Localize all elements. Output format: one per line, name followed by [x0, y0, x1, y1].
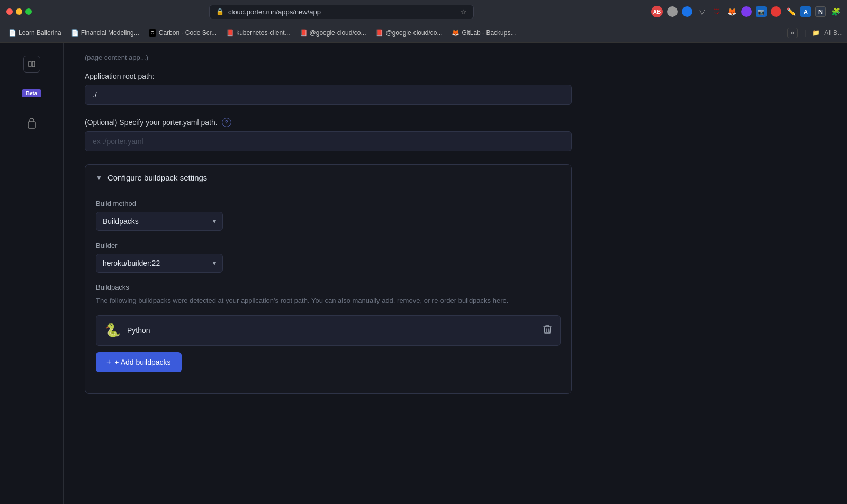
bookmark-gitlab-icon: 🦊: [452, 29, 459, 37]
bookmark-learn-ballerina-icon: 📄: [8, 29, 16, 37]
configure-buildpack-title: Configure buildpack settings: [107, 173, 207, 182]
add-buildpacks-button[interactable]: + + Add buildpacks: [96, 352, 182, 372]
extension-purple-icon[interactable]: [741, 6, 752, 17]
bookmark-google-cloud-1-icon: 📕: [300, 29, 307, 37]
sidebar-toggle-icon: [28, 60, 35, 68]
adblock-plus-icon[interactable]: AB: [651, 6, 663, 17]
configure-buildpack-header[interactable]: ▼ Configure buildpack settings: [85, 165, 571, 191]
extension-fox-icon[interactable]: 🦊: [726, 6, 737, 17]
build-method-group: Build method Buildpacks Docker Nixpacks …: [96, 200, 561, 231]
build-method-select[interactable]: Buildpacks Docker Nixpacks: [96, 212, 223, 231]
app-root-path-label: Application root path:: [85, 72, 572, 80]
bookmark-carbon-code[interactable]: C Carbon - Code Scr...: [145, 28, 221, 38]
sidebar-toggle-button[interactable]: [23, 56, 40, 73]
delete-python-buildpack-button[interactable]: [543, 325, 552, 336]
extension-red-shield-icon[interactable]: 🛡: [711, 6, 722, 17]
bookmark-financial-modeling[interactable]: 📄 Financial Modeling...: [67, 28, 143, 38]
build-method-label: Build method: [96, 200, 561, 208]
buildpacks-label: Buildpacks: [96, 283, 561, 291]
browser-toolbar: 🔒 cloud.porter.run/apps/new/app ☆ AB ▽ 🛡…: [0, 0, 847, 23]
extension-n-icon[interactable]: N: [815, 6, 826, 17]
star-icon[interactable]: ☆: [461, 8, 467, 16]
app-root-path-input[interactable]: [85, 85, 572, 105]
extension-grey-icon[interactable]: [667, 6, 678, 17]
address-text: cloud.porter.run/apps/new/app: [228, 8, 321, 16]
browser-extension-icons: AB ▽ 🛡 🦊 📷 ✏️ A N 🧩: [651, 6, 841, 17]
builder-label: Builder: [96, 241, 561, 249]
page-content-wrapper: (page content app...) Application root p…: [64, 43, 593, 417]
add-buildpacks-plus-icon: +: [106, 357, 111, 367]
extension-red-circle-icon[interactable]: [771, 6, 781, 17]
buildpacks-description: The following buildpacks were detected a…: [96, 295, 561, 307]
porter-yaml-section: (Optional) Specify your porter.yaml path…: [85, 118, 572, 151]
porter-yaml-input[interactable]: [85, 131, 572, 151]
extension-camera-icon[interactable]: 📷: [756, 6, 767, 17]
main-layout: Beta (page content app...) Application r…: [0, 43, 847, 504]
python-buildpack-left: 🐍 Python: [105, 323, 150, 338]
bookmarks-overflow-button[interactable]: »: [787, 28, 798, 38]
lock-icon: [26, 116, 37, 129]
bookmark-google-cloud-2[interactable]: 📕 @google-cloud/co...: [371, 28, 446, 38]
expand-arrow-icon: ▼: [96, 174, 102, 182]
beta-badge: Beta: [22, 89, 42, 97]
minimize-window-button[interactable]: [16, 8, 22, 15]
bookmark-learn-ballerina[interactable]: 📄 Learn Ballerina: [4, 28, 66, 38]
bookmarks-overflow: » | 📁 All B...: [787, 28, 843, 38]
extension-blue-a-icon[interactable]: A: [800, 6, 811, 17]
maximize-window-button[interactable]: [25, 8, 32, 15]
bookmark-kubernetes-icon: 📕: [226, 29, 233, 37]
trash-icon: [543, 325, 552, 334]
bookmark-google-cloud-2-icon: 📕: [375, 29, 383, 37]
extension-dark-triangle-icon[interactable]: ▽: [697, 6, 707, 17]
lock-secure-icon: 🔒: [216, 8, 224, 15]
bookmark-kubernetes-client[interactable]: 📕 kubernetes-client...: [222, 28, 294, 38]
svg-rect-2: [28, 122, 35, 128]
bookmark-carbon-icon: C: [149, 29, 156, 37]
all-bookmarks-label[interactable]: All B...: [824, 29, 843, 37]
bookmark-gitlab-backups[interactable]: 🦊 GitLab - Backups...: [447, 28, 520, 38]
configure-buildpack-section: ▼ Configure buildpack settings Build met…: [85, 164, 572, 394]
extension-blue-circle-icon[interactable]: [682, 6, 692, 17]
porter-yaml-help-icon[interactable]: ?: [222, 118, 231, 127]
add-buildpacks-label: + Add buildpacks: [114, 358, 170, 366]
bookmarks-bar: 📄 Learn Ballerina 📄 Financial Modeling..…: [0, 23, 847, 42]
svg-rect-0: [29, 61, 31, 67]
window-controls: [6, 8, 32, 15]
extension-pen-icon[interactable]: ✏️: [786, 6, 796, 17]
browser-chrome: 🔒 cloud.porter.run/apps/new/app ☆ AB ▽ 🛡…: [0, 0, 847, 43]
build-method-select-wrapper: Buildpacks Docker Nixpacks ▼: [96, 212, 223, 231]
all-bookmarks-folder-icon: 📁: [812, 29, 820, 37]
sidebar: Beta: [0, 43, 64, 504]
bookmark-google-cloud-1[interactable]: 📕 @google-cloud/co...: [295, 28, 371, 38]
cutoff-text: (page content app...): [85, 53, 572, 61]
svg-rect-1: [32, 61, 35, 67]
python-buildpack-name: Python: [127, 326, 150, 335]
python-buildpack-item: 🐍 Python: [96, 315, 561, 346]
address-bar[interactable]: 🔒 cloud.porter.run/apps/new/app ☆: [209, 5, 474, 19]
app-root-path-section: Application root path:: [85, 72, 572, 105]
python-icon: 🐍: [105, 323, 121, 338]
builder-select[interactable]: heroku/builder:22 heroku/builder:20 pake…: [96, 254, 223, 273]
bookmark-financial-modeling-icon: 📄: [71, 29, 78, 37]
extension-puzzle-icon[interactable]: 🧩: [830, 6, 841, 17]
porter-yaml-label: (Optional) Specify your porter.yaml path…: [85, 118, 572, 127]
builder-group: Builder heroku/builder:22 heroku/builder…: [96, 241, 561, 273]
close-window-button[interactable]: [6, 8, 13, 15]
builder-select-wrapper: heroku/builder:22 heroku/builder:20 pake…: [96, 254, 223, 273]
content-area: (page content app...) Application root p…: [64, 43, 847, 504]
buildpacks-group: Buildpacks The following buildpacks were…: [96, 283, 561, 372]
configure-buildpack-body: Build method Buildpacks Docker Nixpacks …: [85, 191, 571, 393]
